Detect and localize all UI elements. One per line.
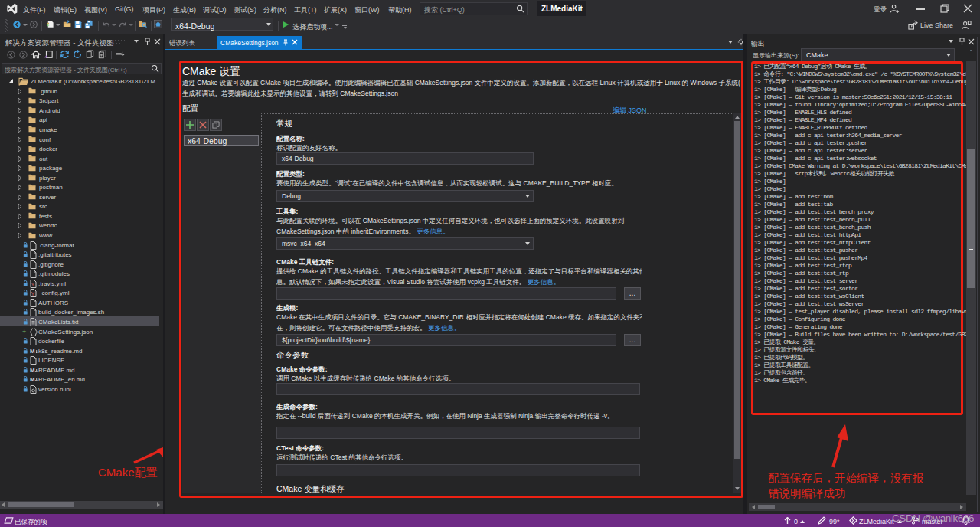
svg-text:Y: Y — [31, 282, 34, 287]
svg-text:M: M — [30, 376, 34, 383]
svg-text:M: M — [30, 367, 34, 374]
svg-text:M: M — [30, 348, 34, 355]
svg-text:Y: Y — [31, 291, 34, 296]
